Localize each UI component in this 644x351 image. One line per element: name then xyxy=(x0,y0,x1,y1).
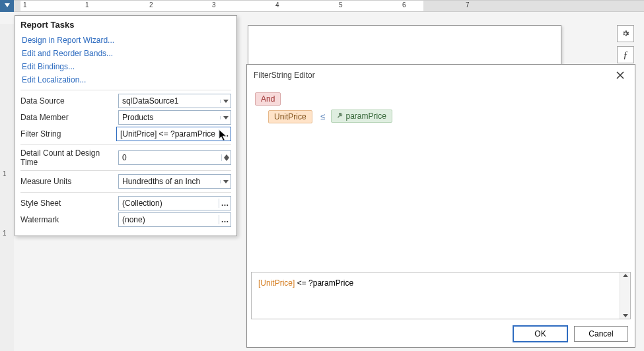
scroll-up-icon[interactable] xyxy=(623,274,628,277)
filter-builder[interactable]: And UnitPrice ≤ paramPrice xyxy=(247,86,635,251)
ruler-corner-smart-tag[interactable] xyxy=(0,0,14,12)
data-source-label: Data Source xyxy=(20,96,118,106)
panel-title: Report Tasks xyxy=(20,20,231,30)
detail-count-field[interactable]: 0 xyxy=(118,150,231,165)
detail-count-label: Detail Count at Design Time xyxy=(20,148,118,167)
expression-text-area[interactable]: [UnitPrice] <= ?paramPrice xyxy=(251,272,631,319)
report-tasks-panel: Report Tasks Design in Report Wizard... … xyxy=(15,15,237,236)
filter-string-label: Filter String xyxy=(20,129,116,139)
dropdown-icon[interactable] xyxy=(220,180,231,183)
expression-button[interactable]: ƒ xyxy=(617,46,634,63)
horizontal-ruler: 1 1 2 3 4 5 6 7 xyxy=(0,0,644,12)
ruler-scale: 1 1 2 3 4 5 6 7 xyxy=(14,0,644,12)
field-pill-unitprice[interactable]: UnitPrice xyxy=(268,110,312,123)
dialog-title: FilterString Editor xyxy=(254,71,315,80)
spinner-buttons[interactable] xyxy=(221,154,231,161)
close-icon xyxy=(616,71,624,79)
measure-units-label: Measure Units xyxy=(20,177,118,186)
design-report-wizard-link[interactable]: Design in Report Wizard... xyxy=(20,34,231,47)
dropdown-icon[interactable] xyxy=(220,116,231,119)
ellipsis-button[interactable]: … xyxy=(219,215,231,224)
data-member-field[interactable]: Products xyxy=(118,110,231,125)
expression-text: [UnitPrice] <= ?paramPrice xyxy=(252,272,620,319)
scroll-down-icon[interactable] xyxy=(623,314,628,317)
edit-reorder-bands-link[interactable]: Edit and Reorder Bands... xyxy=(20,47,231,60)
filter-string-editor-dialog: FilterString Editor And UnitPrice ≤ para… xyxy=(246,64,635,348)
parameter-icon xyxy=(337,113,343,119)
data-member-label: Data Member xyxy=(20,113,118,122)
measure-units-field[interactable]: Hundredths of an Inch xyxy=(118,174,231,189)
data-source-field[interactable]: sqlDataSource1 xyxy=(118,94,231,108)
ellipsis-button[interactable]: … xyxy=(219,199,231,208)
watermark-label: Watermark xyxy=(20,215,118,224)
operator-less-equal[interactable]: ≤ xyxy=(320,112,325,121)
edit-localization-link[interactable]: Edit Localization... xyxy=(20,73,231,86)
dropdown-icon[interactable] xyxy=(220,100,231,103)
cancel-button[interactable]: Cancel xyxy=(574,326,628,342)
dialog-titlebar[interactable]: FilterString Editor xyxy=(247,65,635,86)
edit-bindings-link[interactable]: Edit Bindings... xyxy=(20,60,231,73)
settings-button[interactable] xyxy=(617,25,634,42)
group-operator-and[interactable]: And xyxy=(255,92,281,106)
watermark-field[interactable]: (none) … xyxy=(118,212,231,227)
ellipsis-button[interactable]: … xyxy=(219,129,231,139)
function-icon: ƒ xyxy=(623,49,628,61)
ok-button[interactable]: OK xyxy=(513,326,567,342)
close-button[interactable] xyxy=(612,67,628,83)
scrollbar[interactable] xyxy=(620,272,630,319)
style-sheet-field[interactable]: (Collection) … xyxy=(118,196,231,210)
parameter-pill-paramprice[interactable]: paramPrice xyxy=(331,110,392,123)
filter-string-field[interactable]: [UnitPrice] <= ?paramPrice … xyxy=(116,127,231,141)
gear-icon xyxy=(621,29,630,38)
vertical-ruler: 1 1 xyxy=(0,24,14,351)
style-sheet-label: Style Sheet xyxy=(20,199,118,208)
